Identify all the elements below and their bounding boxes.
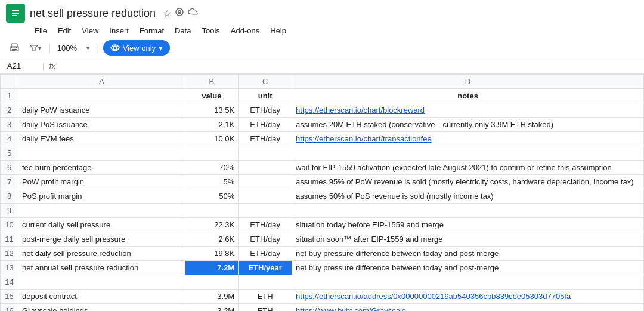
cell-c10[interactable]: ETH/day <box>239 218 292 232</box>
menu-file[interactable]: File <box>30 24 52 38</box>
link-cell-d15[interactable]: https://etherscan.io/address/0x000000002… <box>296 292 571 301</box>
cell-b16[interactable]: 3.2M <box>185 304 239 312</box>
cell-b3[interactable]: 2.1K <box>185 118 239 132</box>
cell-d7[interactable]: assumes 95% of PoW revenue is sold (most… <box>292 175 644 189</box>
view-only-button[interactable]: View only ▾ <box>103 40 170 56</box>
cell-d5[interactable] <box>292 146 644 161</box>
row-header: 8 <box>1 189 18 204</box>
cell-a3[interactable]: daily PoS issuance <box>18 118 185 132</box>
cell-a9[interactable] <box>18 204 185 218</box>
cell-a8[interactable]: PoS profit margin <box>18 189 185 204</box>
cell-b1[interactable]: value <box>185 89 239 103</box>
cell-d16[interactable]: https://www.bybt.com/Grayscale <box>292 304 644 312</box>
cell-b12[interactable]: 19.8K <box>185 247 239 261</box>
col-header-c[interactable]: C <box>239 75 292 89</box>
cell-c1[interactable]: unit <box>239 89 292 103</box>
menu-insert[interactable]: Insert <box>104 24 134 38</box>
cell-d10[interactable]: situation today before EIP-1559 and merg… <box>292 218 644 232</box>
row-header: 5 <box>1 146 18 161</box>
cell-a14[interactable] <box>18 275 185 290</box>
table-row: 16Grayscale holdings3.2METHhttps://www.b… <box>1 304 644 312</box>
cell-b2[interactable]: 13.5K <box>185 103 239 118</box>
cell-a6[interactable]: fee burn percentage <box>18 161 185 175</box>
table-row: 12net daily sell pressure reduction19.8K… <box>1 247 644 261</box>
cell-a13[interactable]: net annual sell pressure reduction <box>18 261 185 275</box>
link-cell-d2[interactable]: https://etherscan.io/chart/blockreward <box>296 106 425 115</box>
cell-c4[interactable]: ETH/day <box>239 132 292 146</box>
cell-d3[interactable]: assumes 20M ETH staked (conservative—cur… <box>292 118 644 132</box>
cell-c12[interactable]: ETH/day <box>239 247 292 261</box>
cell-d14[interactable] <box>292 275 644 290</box>
cell-a12[interactable]: net daily sell pressure reduction <box>18 247 185 261</box>
svg-point-11 <box>113 46 117 50</box>
cell-c7[interactable] <box>239 175 292 189</box>
row-header: 4 <box>1 132 18 146</box>
cell-b11[interactable]: 2.6K <box>185 232 239 247</box>
cell-a11[interactable]: post-merge daily sell pressure <box>18 232 185 247</box>
cell-c13[interactable]: ETH/year <box>239 261 292 275</box>
cell-a2[interactable]: daily PoW issuance <box>18 103 185 118</box>
cell-a10[interactable]: current daily sell pressure <box>18 218 185 232</box>
cell-b13[interactable]: 7.2M <box>185 261 239 275</box>
cell-d9[interactable] <box>292 204 644 218</box>
cell-c11[interactable]: ETH/day <box>239 232 292 247</box>
cell-d12[interactable]: net buy pressure difference between toda… <box>292 247 644 261</box>
star-icon[interactable]: ☆ <box>163 8 171 19</box>
menu-edit[interactable]: Edit <box>53 24 76 38</box>
cell-d1[interactable]: notes <box>292 89 644 103</box>
menu-addons[interactable]: Add-ons <box>226 24 264 38</box>
cell-b6[interactable]: 70% <box>185 161 239 175</box>
col-header-b[interactable]: B <box>185 75 239 89</box>
cell-c3[interactable]: ETH/day <box>239 118 292 132</box>
cell-b14[interactable] <box>185 275 239 290</box>
cell-a5[interactable] <box>18 146 185 161</box>
cell-reference[interactable] <box>5 60 38 72</box>
menu-format[interactable]: Format <box>135 24 169 38</box>
cell-b4[interactable]: 10.0K <box>185 132 239 146</box>
cell-a1[interactable] <box>18 89 185 103</box>
cell-c15[interactable]: ETH <box>239 290 292 304</box>
cell-c2[interactable]: ETH/day <box>239 103 292 118</box>
cell-a15[interactable]: deposit contract <box>18 290 185 304</box>
cell-b5[interactable] <box>185 146 239 161</box>
cell-c16[interactable]: ETH <box>239 304 292 312</box>
cell-d6[interactable]: wait for EIP-1559 activation (expected l… <box>292 161 644 175</box>
svg-rect-3 <box>12 15 17 16</box>
menu-data[interactable]: Data <box>170 24 196 38</box>
cell-c8[interactable] <box>239 189 292 204</box>
fx-label: fx <box>49 61 55 71</box>
cell-b8[interactable]: 50% <box>185 189 239 204</box>
spreadsheet: A B C D 1valueunitnotes2daily PoW issuan… <box>0 74 644 311</box>
cell-a4[interactable]: daily EVM fees <box>18 132 185 146</box>
cell-b15[interactable]: 3.9M <box>185 290 239 304</box>
zoom-dropdown[interactable]: ▾ <box>83 42 93 54</box>
cell-b10[interactable]: 22.3K <box>185 218 239 232</box>
col-header-d[interactable]: D <box>292 75 644 89</box>
col-header-a[interactable]: A <box>18 75 185 89</box>
cell-c14[interactable] <box>239 275 292 290</box>
cell-a16[interactable]: Grayscale holdings <box>18 304 185 312</box>
row-header: 15 <box>1 290 18 304</box>
cell-d2[interactable]: https://etherscan.io/chart/blockreward <box>292 103 644 118</box>
cell-d13[interactable]: net buy pressure difference between toda… <box>292 261 644 275</box>
menu-help[interactable]: Help <box>265 24 291 38</box>
cell-b9[interactable] <box>185 204 239 218</box>
print-button[interactable] <box>6 41 23 55</box>
cell-c6[interactable] <box>239 161 292 175</box>
cell-d4[interactable]: https://etherscan.io/chart/transactionfe… <box>292 132 644 146</box>
toolbar: ▾ | 100% ▾ | View only ▾ <box>0 38 644 58</box>
cell-c5[interactable] <box>239 146 292 161</box>
menu-tools[interactable]: Tools <box>197 24 224 38</box>
cell-d11[interactable]: situation soon™ after EIP-1559 and merge <box>292 232 644 247</box>
cell-c9[interactable] <box>239 204 292 218</box>
filter-button[interactable]: ▾ <box>26 41 45 54</box>
link-cell-d4[interactable]: https://etherscan.io/chart/transactionfe… <box>296 134 432 143</box>
table-row: 6fee burn percentage70%wait for EIP-1559… <box>1 161 644 175</box>
menu-view[interactable]: View <box>77 24 103 38</box>
cell-d8[interactable]: assumes 50% of PoS revenue is sold (most… <box>292 189 644 204</box>
cell-b7[interactable]: 5% <box>185 175 239 189</box>
cell-d15[interactable]: https://etherscan.io/address/0x000000002… <box>292 290 644 304</box>
link-cell-d16[interactable]: https://www.bybt.com/Grayscale <box>296 306 406 311</box>
cell-a7[interactable]: PoW profit margin <box>18 175 185 189</box>
table-row: 11post-merge daily sell pressure2.6KETH/… <box>1 232 644 247</box>
